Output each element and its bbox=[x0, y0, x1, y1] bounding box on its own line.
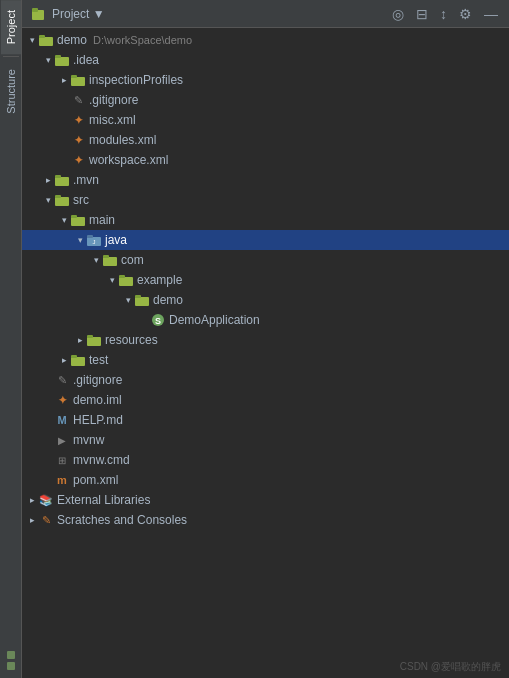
item-name: example bbox=[137, 273, 182, 287]
expand-arrow[interactable] bbox=[74, 334, 86, 346]
item-name: inspectionProfiles bbox=[89, 73, 183, 87]
tree-row[interactable]: demoD:\workSpace\demo bbox=[22, 30, 509, 50]
tree-row[interactable]: resources bbox=[22, 330, 509, 350]
tree-row[interactable]: src bbox=[22, 190, 509, 210]
watermark: CSDN @爱唱歌的胖虎 bbox=[22, 656, 509, 678]
expand-arrow[interactable] bbox=[122, 294, 134, 306]
tree-row[interactable]: demo bbox=[22, 290, 509, 310]
svg-text:J: J bbox=[93, 239, 96, 245]
svg-text:S: S bbox=[155, 316, 161, 326]
item-name: com bbox=[121, 253, 144, 267]
tree-row[interactable]: .mvn bbox=[22, 170, 509, 190]
file-icon: J bbox=[86, 232, 102, 248]
expand-arrow[interactable] bbox=[26, 494, 38, 506]
file-icon bbox=[70, 212, 86, 228]
tree-row[interactable]: test bbox=[22, 350, 509, 370]
tree-row[interactable]: ✦workspace.xml bbox=[22, 150, 509, 170]
expand-arrow[interactable] bbox=[74, 234, 86, 246]
svg-rect-2 bbox=[39, 37, 53, 46]
expand-arrow[interactable] bbox=[26, 514, 38, 526]
expand-arrow[interactable] bbox=[26, 34, 38, 46]
file-icon bbox=[134, 292, 150, 308]
file-icon: ✎ bbox=[38, 512, 54, 528]
item-path-hint: D:\workSpace\demo bbox=[93, 34, 192, 46]
item-name: src bbox=[73, 193, 89, 207]
file-icon: ▶ bbox=[54, 432, 70, 448]
tree-row[interactable]: mpom.xml bbox=[22, 470, 509, 490]
tree-row[interactable]: com bbox=[22, 250, 509, 270]
tree-row[interactable]: ✦modules.xml bbox=[22, 130, 509, 150]
settings-button[interactable]: ⚙ bbox=[456, 4, 475, 24]
tree-row[interactable]: ✎.gitignore bbox=[22, 370, 509, 390]
tree-row[interactable]: MHELP.md bbox=[22, 410, 509, 430]
expand-arrow[interactable] bbox=[90, 254, 102, 266]
expand-arrow[interactable] bbox=[106, 274, 118, 286]
item-name: .gitignore bbox=[73, 373, 122, 387]
svg-rect-15 bbox=[87, 235, 93, 238]
file-icon bbox=[54, 172, 70, 188]
tree-row[interactable]: Jjava bbox=[22, 230, 509, 250]
tree-row[interactable]: .idea bbox=[22, 50, 509, 70]
expand-arrow[interactable] bbox=[58, 74, 70, 86]
tree-row[interactable]: ▶mvnw bbox=[22, 430, 509, 450]
tree-row[interactable]: inspectionProfiles bbox=[22, 70, 509, 90]
sort-button[interactable]: ↕ bbox=[437, 4, 450, 24]
expand-arrow[interactable] bbox=[42, 174, 54, 186]
tree-row[interactable]: ⊞mvnw.cmd bbox=[22, 450, 509, 470]
expand-arrow[interactable] bbox=[58, 354, 70, 366]
expand-arrow[interactable] bbox=[58, 214, 70, 226]
svg-rect-21 bbox=[135, 297, 149, 306]
svg-rect-7 bbox=[71, 75, 77, 78]
tree-row[interactable]: 📚External Libraries bbox=[22, 490, 509, 510]
tree-row[interactable]: ✎Scratches and Consoles bbox=[22, 510, 509, 530]
svg-rect-28 bbox=[71, 355, 77, 358]
file-icon bbox=[86, 332, 102, 348]
item-name: demo.iml bbox=[73, 393, 122, 407]
item-name: .gitignore bbox=[89, 93, 138, 107]
file-icon bbox=[70, 72, 86, 88]
tab-separator bbox=[3, 56, 19, 57]
item-name: Scratches and Consoles bbox=[57, 513, 187, 527]
sidebar-item-project[interactable]: Project bbox=[1, 0, 21, 54]
tree-row[interactable]: ✦misc.xml bbox=[22, 110, 509, 130]
project-tree[interactable]: demoD:\workSpace\demo.ideainspectionProf… bbox=[22, 28, 509, 656]
expand-arrow[interactable] bbox=[42, 194, 54, 206]
item-name: DemoApplication bbox=[169, 313, 260, 327]
tree-row[interactable]: SDemoApplication bbox=[22, 310, 509, 330]
side-marker-2 bbox=[7, 662, 15, 670]
expand-arrow[interactable] bbox=[42, 54, 54, 66]
item-name: main bbox=[89, 213, 115, 227]
sidebar-item-structure[interactable]: Structure bbox=[1, 59, 21, 124]
tree-row[interactable]: main bbox=[22, 210, 509, 230]
locate-button[interactable]: ◎ bbox=[389, 4, 407, 24]
minimize-button[interactable]: — bbox=[481, 4, 501, 24]
item-name: workspace.xml bbox=[89, 153, 168, 167]
tree-row[interactable]: ✦demo.iml bbox=[22, 390, 509, 410]
panel-title[interactable]: Project ▼ bbox=[52, 7, 383, 21]
item-name: modules.xml bbox=[89, 133, 156, 147]
header-actions: ◎ ⊟ ↕ ⚙ — bbox=[389, 4, 501, 24]
file-icon: ✦ bbox=[70, 132, 86, 148]
svg-rect-1 bbox=[32, 8, 38, 12]
item-name: mvnw bbox=[73, 433, 104, 447]
item-name: test bbox=[89, 353, 108, 367]
svg-rect-11 bbox=[55, 195, 61, 198]
file-icon: ✎ bbox=[70, 92, 86, 108]
file-icon: ✦ bbox=[70, 152, 86, 168]
file-icon bbox=[38, 32, 54, 48]
svg-rect-9 bbox=[55, 175, 61, 178]
item-name: misc.xml bbox=[89, 113, 136, 127]
panel-header: Project ▼ ◎ ⊟ ↕ ⚙ — bbox=[22, 0, 509, 28]
item-name: pom.xml bbox=[73, 473, 118, 487]
tree-row[interactable]: ✎.gitignore bbox=[22, 90, 509, 110]
tree-row[interactable]: example bbox=[22, 270, 509, 290]
item-name: External Libraries bbox=[57, 493, 150, 507]
file-icon: ✦ bbox=[70, 112, 86, 128]
collapse-button[interactable]: ⊟ bbox=[413, 4, 431, 24]
file-icon: ✎ bbox=[54, 372, 70, 388]
project-icon bbox=[30, 6, 46, 22]
svg-rect-4 bbox=[55, 57, 69, 66]
svg-rect-19 bbox=[119, 277, 133, 286]
svg-rect-22 bbox=[135, 295, 141, 298]
svg-rect-12 bbox=[71, 217, 85, 226]
